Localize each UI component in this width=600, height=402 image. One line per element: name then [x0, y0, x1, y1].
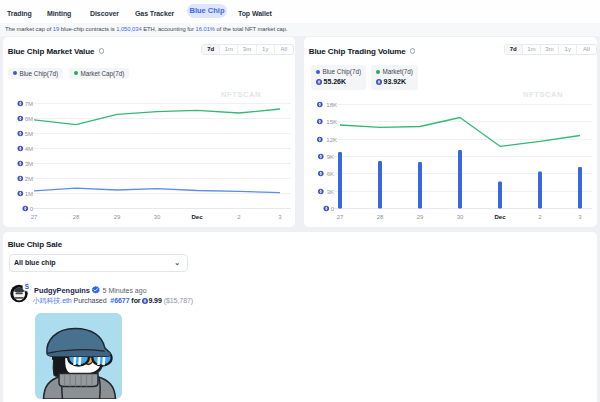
svg-text:28: 28	[377, 214, 384, 220]
svg-text:2: 2	[538, 214, 542, 220]
svg-text:3M: 3M	[25, 161, 33, 167]
svg-text:Dec: Dec	[494, 214, 506, 220]
svg-text:4M: 4M	[25, 146, 33, 152]
svg-text:27: 27	[31, 214, 38, 220]
svg-text:28: 28	[73, 214, 80, 220]
svg-text:7M: 7M	[25, 101, 33, 107]
svg-text:3: 3	[278, 214, 282, 220]
svg-text:29: 29	[417, 214, 424, 220]
svg-text:30: 30	[154, 214, 161, 220]
svg-text:9K: 9K	[327, 154, 334, 160]
svg-text:1M: 1M	[25, 191, 33, 197]
svg-text:30: 30	[457, 214, 464, 220]
svg-text:29: 29	[114, 214, 121, 220]
svg-text:3K: 3K	[327, 189, 334, 195]
svg-text:6M: 6M	[25, 116, 33, 122]
svg-text:2M: 2M	[25, 176, 33, 182]
svg-text:12K: 12K	[326, 137, 337, 143]
svg-text:2: 2	[237, 214, 241, 220]
svg-text:18K: 18K	[326, 102, 337, 108]
svg-text:6K: 6K	[327, 171, 334, 177]
svg-text:5M: 5M	[25, 131, 33, 137]
svg-text:3: 3	[578, 214, 582, 220]
svg-text:15K: 15K	[326, 119, 337, 125]
svg-text:Dec: Dec	[191, 214, 203, 220]
svg-text:S: S	[25, 283, 29, 290]
svg-text:27: 27	[337, 214, 344, 220]
